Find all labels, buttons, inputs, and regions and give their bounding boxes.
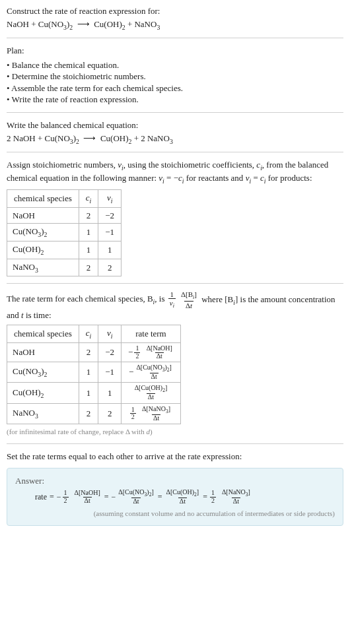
- rate-term: Δ[Cu(OH)2]Δt: [133, 385, 169, 401]
- table-row: NaOH2−2−12 Δ[NaOH]Δt: [7, 343, 181, 362]
- frac-coef: 12: [63, 490, 69, 504]
- plan-item: Write the rate of reaction expression.: [7, 94, 343, 106]
- cell-vi: −1: [98, 224, 122, 242]
- table-row: Cu(OH)2 1 1: [7, 241, 122, 259]
- cell-ci: 2: [79, 403, 98, 424]
- col-ci: ci: [79, 189, 98, 207]
- prompt-section: Construct the rate of reaction expressio…: [7, 5, 343, 31]
- cell-species: NaNO3: [7, 403, 79, 424]
- intro-mid: , is: [155, 294, 166, 304]
- balanced-heading: Write the balanced chemical equation:: [7, 119, 343, 131]
- divider: [7, 283, 343, 284]
- equals: =: [158, 492, 162, 502]
- col-rate: rate term: [122, 325, 181, 343]
- prompt-equation: NaOH + Cu(NO3)2 ⟶ Cu(OH)2 + NaNO3: [7, 18, 343, 32]
- neg-sign: −: [57, 492, 61, 502]
- table-row: NaNO3 2 2: [7, 259, 122, 276]
- cell-rate: Δ[Cu(OH)2]Δt: [122, 383, 181, 403]
- answer-label: Answer:: [15, 475, 335, 487]
- cell-vi: −2: [98, 343, 122, 362]
- assign-text: Assign stoichiometric numbers, νi, using…: [7, 159, 343, 185]
- cell-ci: 2: [79, 259, 98, 276]
- cell-species: Cu(OH)2: [7, 383, 79, 403]
- divider: [7, 112, 343, 113]
- frac-delta: Δ[Cu(NO3)2]Δt: [117, 489, 155, 505]
- frac-delta: Δ[Cu(OH)2]Δt: [165, 489, 201, 505]
- frac-delta: Δ[NaOH]Δt: [145, 345, 174, 360]
- cell-species: NaNO3: [7, 259, 79, 276]
- plan-heading: Plan:: [7, 45, 343, 57]
- plan-section: Plan: Balance the chemical equation. Det…: [7, 45, 343, 106]
- neg-sign: −: [112, 492, 116, 502]
- col-vi: νi: [98, 325, 122, 343]
- frac-den: νi: [168, 298, 176, 309]
- frac-coef: 12: [130, 406, 136, 421]
- frac-delta: Δ[NaOH]Δt: [73, 490, 102, 504]
- cell-vi: 2: [98, 259, 122, 276]
- plan-item: Assemble the rate term for each chemical…: [7, 82, 343, 94]
- cell-ci: 2: [79, 207, 98, 224]
- neg-sign: −: [128, 346, 133, 358]
- frac-den: Δt: [184, 301, 193, 309]
- rate-term: −Δ[Cu(NO3)2]Δt: [112, 489, 155, 505]
- cell-species: NaOH: [7, 343, 79, 362]
- intro-pre: The rate term for each chemical species,…: [7, 294, 153, 304]
- balanced-equation: 2 NaOH + Cu(NO3)2 ⟶ Cu(OH)2 + 2 NaNO3: [7, 133, 343, 146]
- rate-term: −Δ[Cu(NO3)2]Δt: [129, 364, 173, 380]
- rate-term: 12 Δ[NaNO3]Δt: [130, 406, 172, 422]
- frac-coef: 1 νi: [168, 290, 176, 309]
- frac-num: 1: [169, 290, 176, 298]
- stoichiometry-table: chemical species ci νi NaOH 2 −2 Cu(NO3)…: [7, 189, 122, 277]
- equals: =: [203, 492, 207, 502]
- plan-list: Balance the chemical equation. Determine…: [7, 59, 343, 106]
- table-row: Cu(NO3)2 1 −1: [7, 224, 122, 242]
- table-row: Cu(NO3)21−1−Δ[Cu(NO3)2]Δt: [7, 362, 181, 383]
- rate-term: Δ[Cu(OH)2]Δt: [165, 489, 201, 505]
- cell-species: Cu(OH)2: [7, 241, 79, 259]
- divider: [7, 443, 343, 444]
- plan-item: Determine the stoichiometric numbers.: [7, 71, 343, 82]
- cell-vi: 1: [98, 383, 122, 403]
- balanced-section: Write the balanced chemical equation: 2 …: [7, 119, 343, 145]
- cell-rate: −12 Δ[NaOH]Δt: [122, 343, 181, 362]
- cell-rate: 12 Δ[NaNO3]Δt: [122, 403, 181, 424]
- cell-species: Cu(NO3)2: [7, 362, 79, 383]
- cell-vi: 2: [98, 403, 122, 424]
- table-row: NaOH 2 −2: [7, 207, 122, 224]
- rate-term: −12 Δ[NaOH]Δt: [128, 345, 174, 360]
- divider: [7, 38, 343, 38]
- frac-delta: Δ[NaNO3]Δt: [141, 406, 172, 422]
- frac-coef: 12: [210, 490, 216, 504]
- cell-species: NaOH: [7, 207, 79, 224]
- cell-vi: −2: [98, 207, 122, 224]
- cell-species: Cu(NO3)2: [7, 224, 79, 242]
- cell-ci: 1: [79, 241, 98, 259]
- cell-rate: −Δ[Cu(NO3)2]Δt: [122, 362, 181, 383]
- frac-coef: 12: [134, 345, 140, 360]
- equals: =: [104, 492, 109, 502]
- answer-box: Answer: rate = −12 Δ[NaOH]Δt = −Δ[Cu(NO3…: [7, 468, 343, 527]
- frac-delta: Δ[Cu(OH)2]Δt: [133, 385, 169, 401]
- answer-note: (assuming constant volume and no accumul…: [15, 509, 335, 519]
- rate-label: rate: [35, 492, 47, 502]
- final-section: Set the rate terms equal to each other t…: [7, 451, 343, 526]
- rate-term: 12 Δ[NaNO3]Δt: [210, 489, 252, 505]
- rate-term-table: chemical species ci νi rate term NaOH2−2…: [7, 325, 181, 424]
- rate-formula: 1 νi Δ[Bi] Δt: [167, 290, 199, 309]
- col-vi: νi: [98, 189, 122, 207]
- rate-term-section: The rate term for each chemical species,…: [7, 290, 343, 437]
- frac-delta: Δ[NaNO3]Δt: [221, 489, 252, 505]
- divider: [7, 152, 343, 152]
- table-row: Cu(OH)211Δ[Cu(OH)2]Δt: [7, 383, 181, 403]
- col-ci: ci: [79, 325, 98, 343]
- rate-term: −12 Δ[NaOH]Δt: [57, 490, 102, 504]
- cell-ci: 1: [79, 224, 98, 242]
- infinitesimal-caption: (for infinitesimal rate of change, repla…: [7, 427, 343, 437]
- assign-section: Assign stoichiometric numbers, νi, using…: [7, 159, 343, 276]
- frac-delta: Δ[Cu(NO3)2]Δt: [135, 364, 172, 380]
- table-header-row: chemical species ci νi rate term: [7, 325, 181, 343]
- col-species: chemical species: [7, 189, 79, 207]
- cell-ci: 1: [79, 383, 98, 403]
- rate-term-intro: The rate term for each chemical species,…: [7, 290, 343, 321]
- table-header-row: chemical species ci νi: [7, 189, 122, 207]
